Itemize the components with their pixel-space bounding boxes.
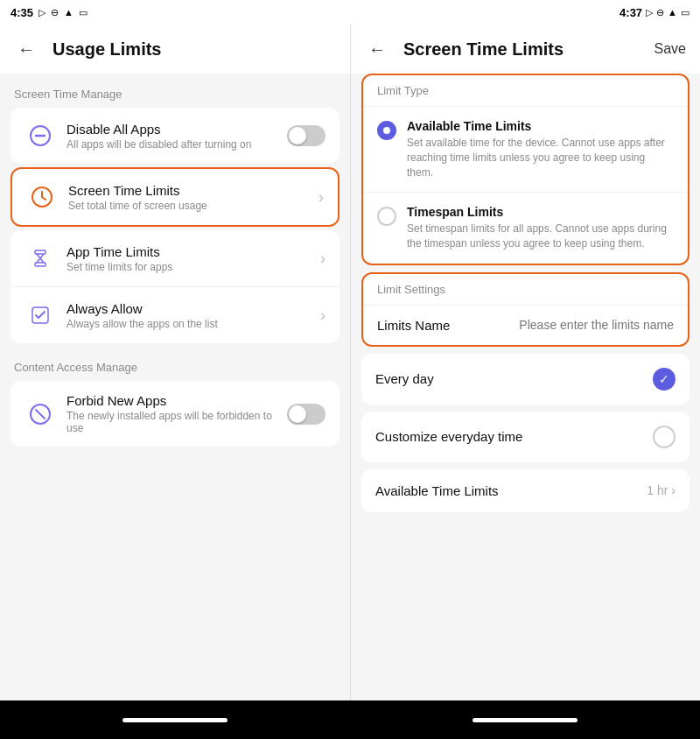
left-back-button[interactable]: ← xyxy=(14,37,38,61)
right-play-icon: ▷ xyxy=(646,7,653,18)
forbid-new-apps-card: Forbid New Apps The newly installed apps… xyxy=(10,381,340,447)
right-content: Limit Type Available Time Limits Set ava… xyxy=(351,74,700,700)
app-time-limits-chevron: › xyxy=(320,250,326,268)
always-allow-title: Always Allow xyxy=(66,301,320,316)
nav-bar xyxy=(0,700,700,739)
right-wifi-icon: ▲ xyxy=(668,7,677,18)
disable-all-text: Disable All Apps All apps will be disabl… xyxy=(66,122,287,151)
limit-settings-card: Limit Settings Limits Name xyxy=(361,272,690,347)
minus-circle-icon xyxy=(24,120,56,151)
svg-rect-5 xyxy=(35,250,46,254)
clock-icon xyxy=(26,181,58,213)
right-battery-icon: ▭ xyxy=(681,7,690,18)
signal-icon: ⊖ xyxy=(51,7,59,18)
disable-all-toggle[interactable] xyxy=(287,125,326,146)
screen-time-manage-header: Screen Time Manage xyxy=(0,74,350,108)
limit-type-card: Limit Type Available Time Limits Set ava… xyxy=(361,74,690,265)
screen-time-limits-text: Screen Time Limits Set total time of scr… xyxy=(68,183,318,212)
svg-rect-6 xyxy=(35,263,46,266)
right-panel: ← Screen Time Limits Save Limit Type Ava… xyxy=(350,25,700,700)
left-title: Usage Limits xyxy=(52,39,336,60)
forbid-new-apps-toggle[interactable] xyxy=(287,404,326,425)
every-day-card[interactable]: Every day ✓ xyxy=(361,354,690,405)
screen-time-limits-subtitle: Set total time of screen usage xyxy=(68,200,318,212)
timespan-title: Timespan Limits xyxy=(407,205,674,219)
always-allow-chevron: › xyxy=(320,306,326,325)
app-time-limits-subtitle: Set time limits for apps xyxy=(66,261,320,273)
every-day-label: Every day xyxy=(375,371,434,386)
available-time-desc: Set available time for the device. Canno… xyxy=(407,136,674,179)
timespan-desc: Set timespan limits for all apps. Cannot… xyxy=(407,222,674,251)
timespan-text: Timespan Limits Set timespan limits for … xyxy=(407,205,674,251)
available-time-text: Available Time Limits Set available time… xyxy=(407,119,674,179)
svg-line-9 xyxy=(36,410,45,419)
app-time-limits-item[interactable]: App Time Limits Set time limits for apps… xyxy=(10,230,340,287)
right-title: Screen Time Limits xyxy=(403,39,640,60)
every-day-check[interactable]: ✓ xyxy=(653,368,676,391)
app-time-limits-text: App Time Limits Set time limits for apps xyxy=(66,244,320,273)
limit-name-label: Limits Name xyxy=(377,318,473,333)
svg-line-4 xyxy=(42,197,46,200)
customize-time-label: Customize everyday time xyxy=(375,429,522,444)
limit-name-input[interactable] xyxy=(473,318,674,332)
left-nav-pill xyxy=(122,718,228,722)
forbid-new-apps-text: Forbid New Apps The newly installed apps… xyxy=(66,393,287,434)
content-access-header: Content Access Manage xyxy=(0,347,350,381)
limit-name-row: Limits Name xyxy=(363,306,688,345)
hourglass-icon xyxy=(24,243,56,274)
always-allow-text: Always Allow Always allow the apps on th… xyxy=(66,301,320,330)
left-time: 4:35 xyxy=(10,6,33,19)
right-signal-icon: ⊖ xyxy=(656,7,664,18)
play-icon: ▷ xyxy=(38,7,46,18)
app-time-limits-title: App Time Limits xyxy=(66,244,320,259)
screen-time-limits-card[interactable]: Screen Time Limits Set total time of scr… xyxy=(10,167,340,227)
split-layout: ← Usage Limits Screen Time Manage Disabl… xyxy=(0,25,700,700)
limit-type-header: Limit Type xyxy=(363,75,688,107)
right-back-button[interactable]: ← xyxy=(365,37,389,61)
available-time-limits-row[interactable]: Available Time Limits 1 hr › xyxy=(361,469,690,512)
customize-time-radio[interactable] xyxy=(653,426,676,448)
available-time-option[interactable]: Available Time Limits Set available time… xyxy=(363,107,688,193)
avail-label: Available Time Limits xyxy=(375,483,499,498)
available-time-radio[interactable] xyxy=(377,121,396,140)
disable-all-apps-card: Disable All Apps All apps will be disabl… xyxy=(10,108,340,164)
disable-all-title: Disable All Apps xyxy=(66,122,287,137)
left-status-bar: 4:35 ▷ ⊖ ▲ ▭ xyxy=(0,0,350,25)
right-nav-pill xyxy=(472,718,578,722)
timespan-option[interactable]: Timespan Limits Set timespan limits for … xyxy=(363,193,688,264)
always-allow-subtitle: Always allow the apps on the list xyxy=(66,318,320,330)
limit-settings-header: Limit Settings xyxy=(363,274,688,306)
save-button[interactable]: Save xyxy=(654,41,686,57)
always-allow-item[interactable]: Always Allow Always allow the apps on th… xyxy=(10,287,340,343)
wifi-icon: ▲ xyxy=(64,7,74,18)
battery-icon: ▭ xyxy=(79,7,88,18)
screen-time-limits-title: Screen Time Limits xyxy=(68,183,318,198)
app-time-always-card: App Time Limits Set time limits for apps… xyxy=(10,230,340,343)
right-status-bar: 4:37 ▷ ⊖ ▲ ▭ xyxy=(350,0,700,25)
screen-time-limits-chevron: › xyxy=(318,188,324,207)
disable-all-apps-item[interactable]: Disable All Apps All apps will be disabl… xyxy=(10,108,340,164)
timespan-radio[interactable] xyxy=(377,207,396,226)
disable-all-subtitle: All apps will be disabled after turning … xyxy=(66,138,287,151)
customize-time-card[interactable]: Customize everyday time xyxy=(361,412,690,462)
left-panel: ← Usage Limits Screen Time Manage Disabl… xyxy=(0,25,350,700)
avail-value: 1 hr › xyxy=(647,483,676,497)
right-time: 4:37 xyxy=(620,6,642,19)
available-time-title: Available Time Limits xyxy=(407,119,674,133)
right-topbar: ← Screen Time Limits Save xyxy=(351,25,700,74)
forbid-new-apps-subtitle: The newly installed apps will be forbidd… xyxy=(66,410,287,434)
checkmark-shield-icon xyxy=(24,299,56,331)
forbid-icon xyxy=(24,398,56,430)
screen-time-limits-item[interactable]: Screen Time Limits Set total time of scr… xyxy=(12,169,338,225)
forbid-new-apps-item[interactable]: Forbid New Apps The newly installed apps… xyxy=(10,381,340,447)
status-bar: 4:35 ▷ ⊖ ▲ ▭ 4:37 ▷ ⊖ ▲ ▭ xyxy=(0,0,700,25)
forbid-new-apps-title: Forbid New Apps xyxy=(66,393,287,408)
left-topbar: ← Usage Limits xyxy=(0,25,350,74)
